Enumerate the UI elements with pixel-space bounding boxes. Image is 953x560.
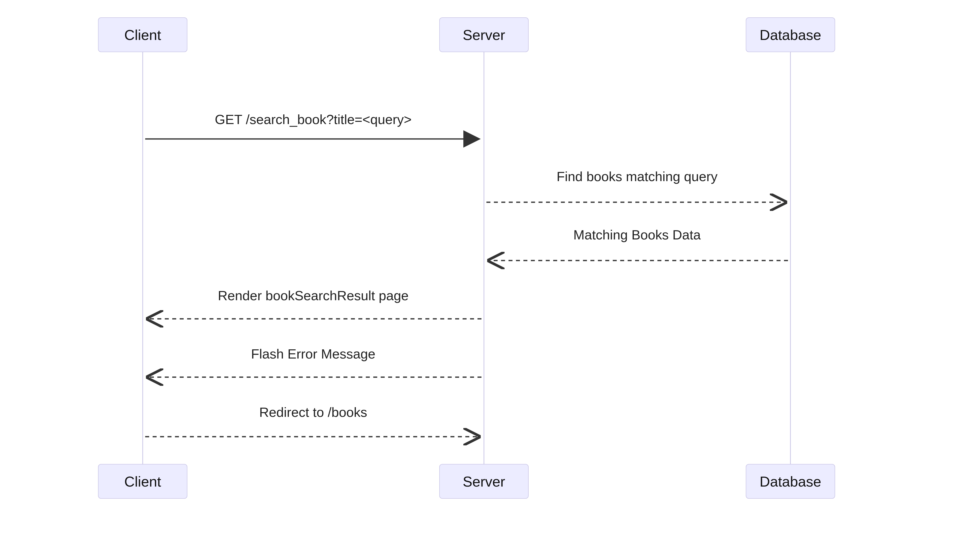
label-m6: Redirect to /books <box>259 405 367 420</box>
participant-server-bottom: Server <box>439 464 529 499</box>
participant-client-top-label: Client <box>124 26 161 43</box>
participant-server-top-label: Server <box>463 26 505 43</box>
participant-client-bottom: Client <box>98 464 187 499</box>
label-m3: Matching Books Data <box>573 227 701 242</box>
participant-database-bottom: Database <box>746 464 835 499</box>
sequence-diagram: Client Server Database Client Server Dat… <box>0 0 953 560</box>
participant-server-top: Server <box>439 17 529 52</box>
participant-database-top-label: Database <box>760 26 821 43</box>
label-m2: Find books matching query <box>557 169 717 184</box>
participant-database-top: Database <box>746 17 835 52</box>
label-m1: GET /search_book?title=<query> <box>215 112 412 127</box>
participant-client-bottom-label: Client <box>124 473 161 490</box>
label-m4: Render bookSearchResult page <box>218 288 409 303</box>
participant-database-bottom-label: Database <box>760 473 821 490</box>
participant-client-top: Client <box>98 17 187 52</box>
participant-server-bottom-label: Server <box>463 473 505 490</box>
label-m5: Flash Error Message <box>251 346 375 361</box>
